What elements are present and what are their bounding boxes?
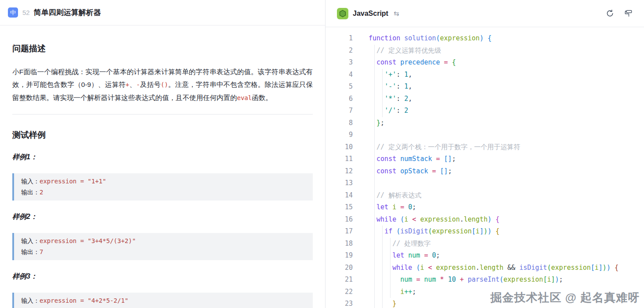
token-pl xyxy=(369,119,376,127)
token-op: < xyxy=(428,264,432,272)
token-prm: expression xyxy=(440,34,480,42)
format-icon[interactable] xyxy=(622,7,634,20)
code-line[interactable]: // 定义运算符优先级 xyxy=(369,45,619,57)
token-b1: ( xyxy=(436,34,440,42)
difficulty-badge: 中 xyxy=(8,7,18,18)
token-cmt: // 解析表达式 xyxy=(376,191,421,199)
token-prm: length xyxy=(464,215,488,223)
editor-panel: JavaScript ⇆ xyxy=(326,0,644,308)
token-num: 0 xyxy=(432,251,436,259)
token-pun: ; xyxy=(436,251,440,259)
token-pl xyxy=(432,155,436,163)
code-line[interactable]: // 处理数字 xyxy=(369,238,619,250)
token-b1: ) xyxy=(488,227,492,235)
token-kw: let xyxy=(392,251,404,259)
code-line[interactable]: }; xyxy=(369,117,619,129)
code-line[interactable]: let num = 0; xyxy=(369,250,619,262)
token-pun: ; xyxy=(412,203,416,211)
code-line[interactable]: // 解析表达式 xyxy=(369,190,619,202)
line-number: 4 xyxy=(326,69,353,81)
token-pl xyxy=(396,203,400,211)
token-pl xyxy=(369,251,392,259)
token-def: numStack xyxy=(400,155,432,163)
token-pl xyxy=(464,276,468,283)
token-pl xyxy=(492,227,496,235)
token-b4: { xyxy=(496,227,499,235)
code-line[interactable]: '+': 1, xyxy=(369,69,619,81)
code-line[interactable]: if (isDigit(expression[i])) { xyxy=(369,226,619,238)
token-pl xyxy=(456,276,460,283)
token-kw: while xyxy=(376,215,396,223)
token-b5: { xyxy=(615,264,619,272)
token-pl xyxy=(369,215,376,223)
code-line[interactable]: let i = 0; xyxy=(369,201,619,214)
token-pun: ; xyxy=(412,288,416,296)
section-heading-problem: 问题描述 xyxy=(12,43,313,54)
token-pl xyxy=(408,215,412,223)
token-pl xyxy=(404,203,408,211)
token-prm: expression xyxy=(432,227,472,235)
line-number: 13 xyxy=(326,177,353,190)
line-number: 3 xyxy=(326,57,353,69)
line-number: 21 xyxy=(326,274,353,286)
code-line[interactable]: const numStack = []; xyxy=(369,153,619,165)
token-pl xyxy=(369,58,376,66)
token-b1: ( xyxy=(400,215,404,223)
sample-output-line: 输出：7 xyxy=(21,247,306,258)
token-op: = xyxy=(432,167,436,175)
line-number: 1 xyxy=(326,32,353,45)
code-line[interactable]: '/': 2 xyxy=(369,105,619,117)
code-line[interactable]: function solution(expression) { xyxy=(369,32,619,45)
token-b1: [ xyxy=(472,227,476,235)
token-pl xyxy=(369,95,384,103)
token-pl xyxy=(369,143,376,151)
token-str: '*' xyxy=(384,95,396,103)
code-line[interactable]: num = num * 10 + parseInt(expression[i])… xyxy=(369,274,619,286)
token-b1: [] xyxy=(444,155,452,163)
token-pl xyxy=(503,264,507,272)
line-number: 17 xyxy=(326,226,353,238)
code-line[interactable] xyxy=(369,177,619,190)
code-line[interactable]: const precedence = { xyxy=(369,57,619,69)
line-number: 2 xyxy=(326,45,353,57)
code-line[interactable]: '*': 2, xyxy=(369,93,619,105)
token-prm: i xyxy=(404,215,408,223)
sample-input-line: 输入：expression = "1+1" xyxy=(21,176,306,187)
divider xyxy=(12,114,313,115)
token-pl xyxy=(492,215,496,223)
token-num: 10 xyxy=(448,276,456,283)
line-number: 7 xyxy=(326,105,353,117)
token-cmt: // 处理数字 xyxy=(392,240,431,247)
code-line[interactable]: while (i < expression.length && isDigit(… xyxy=(369,262,619,274)
language-switcher[interactable]: JavaScript ⇆ xyxy=(337,8,399,19)
token-b1: ) xyxy=(488,215,492,223)
io-code: expression = "3+4*5/(3+2)" xyxy=(40,237,136,244)
token-kw: let xyxy=(376,203,388,211)
token-pl xyxy=(369,47,376,54)
token-b1: ) xyxy=(555,276,559,283)
code-line[interactable]: '-': 1, xyxy=(369,81,619,93)
token-prm: expression xyxy=(420,215,459,223)
problem-title: 简单四则运算解析器 xyxy=(34,7,101,18)
token-pun: , xyxy=(408,71,412,79)
token-op: = xyxy=(436,155,440,163)
token-pl xyxy=(444,276,448,283)
refresh-icon[interactable] xyxy=(604,7,616,20)
token-prm: expression xyxy=(503,276,543,283)
token-prm: expression xyxy=(551,264,590,272)
token-kw: const xyxy=(376,58,396,66)
code-content[interactable]: function solution(expression) { // 定义运算符… xyxy=(369,32,619,308)
token-b2: } xyxy=(376,119,380,127)
code-line[interactable]: const opStack = []; xyxy=(369,165,619,178)
token-prm: length xyxy=(480,264,503,272)
io-code: 7 xyxy=(40,248,43,255)
code-line[interactable] xyxy=(369,129,619,141)
sample-block: 输入：expression = "1+1"输出：2 xyxy=(12,173,313,201)
code-line[interactable]: while (i < expression.length) { xyxy=(369,214,619,226)
line-number: 16 xyxy=(326,214,353,226)
code-editor[interactable]: 1234567891011121314151617181920212223 fu… xyxy=(326,27,644,308)
token-fn: solution xyxy=(404,34,436,42)
sample-label: 样例1： xyxy=(12,153,313,162)
token-cmt: // 定义运算符优先级 xyxy=(376,47,441,54)
code-line[interactable]: // 定义两个栈：一个用于数字，一个用于运算符 xyxy=(369,141,619,154)
